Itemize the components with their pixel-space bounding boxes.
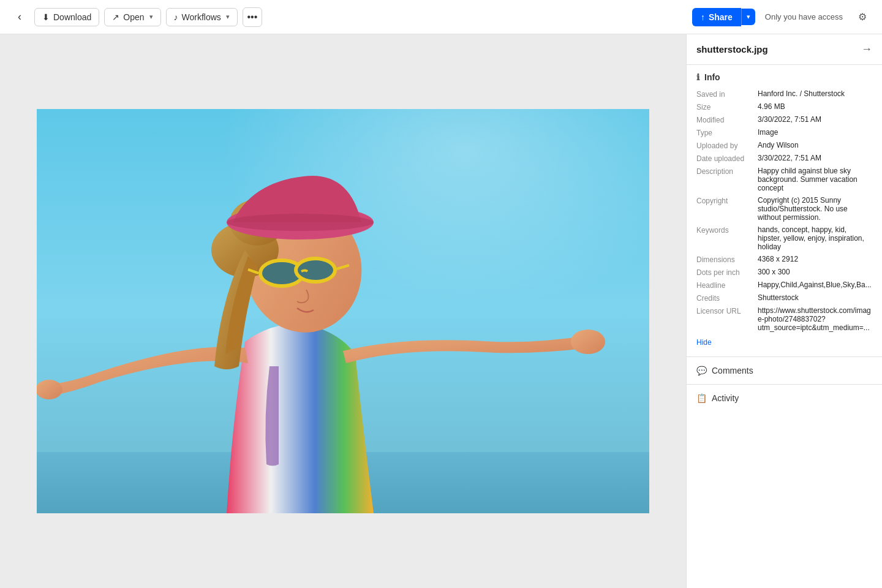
info-field-value: Andy Wilson: [758, 141, 872, 149]
info-row: Keywordshands, concept, happy, kid, hips…: [696, 225, 872, 251]
info-field-value: hands, concept, happy, kid, hipster, yel…: [758, 225, 872, 251]
share-icon: ↑: [701, 12, 705, 22]
panel-header: shutterstock.jpg →: [687, 34, 882, 65]
right-panel: shutterstock.jpg → ℹ Info Saved inHanfor…: [686, 34, 882, 588]
download-label: Download: [53, 12, 91, 22]
info-row: TypeImage: [696, 128, 872, 137]
info-field-label: Licensor URL: [696, 306, 758, 315]
info-row: Saved inHanford Inc. / Shutterstock: [696, 89, 872, 99]
info-row: DescriptionHappy child against blue sky …: [696, 167, 872, 192]
activity-icon: 📋: [696, 393, 707, 403]
main-image: [37, 109, 649, 513]
info-row: Date uploaded3/30/2022, 7:51 AM: [696, 154, 872, 163]
info-field-value: Shutterstock: [758, 293, 872, 302]
share-group: ↑ Share ▾: [692, 8, 755, 26]
hide-link[interactable]: Hide: [696, 336, 712, 349]
comments-icon: 💬: [696, 366, 707, 375]
workflows-chevron-icon: ▾: [226, 13, 230, 21]
svg-point-5: [571, 330, 605, 354]
comments-section[interactable]: 💬 Comments: [687, 356, 882, 384]
activity-section[interactable]: 📋 Activity: [687, 384, 882, 412]
info-field-label: Modified: [696, 115, 758, 124]
share-dropdown-button[interactable]: ▾: [741, 9, 755, 25]
info-row: Size4.96 MB: [696, 102, 872, 111]
workflows-label: Workflows: [182, 12, 221, 22]
info-row: Modified3/30/2022, 7:51 AM: [696, 115, 872, 124]
download-icon: ⬇: [42, 12, 50, 22]
back-button[interactable]: ‹: [10, 7, 29, 27]
info-row: Licensor URLhttps://www.shutterstock.com…: [696, 306, 872, 332]
image-container: [37, 34, 649, 588]
workflows-button[interactable]: ♪ Workflows ▾: [166, 8, 238, 26]
toolbar: ‹ ⬇ Download ↗ Open ▾ ♪ Workflows ▾ ••• …: [0, 0, 882, 34]
info-field-label: Date uploaded: [696, 154, 758, 163]
info-field-value: 3/30/2022, 7:51 AM: [758, 154, 872, 162]
info-row: Uploaded byAndy Wilson: [696, 141, 872, 150]
info-field-label: Dots per inch: [696, 268, 758, 277]
activity-label: Activity: [712, 393, 739, 403]
info-field-label: Headline: [696, 281, 758, 290]
info-row: Dots per inch300 x 300: [696, 268, 872, 277]
info-field-value: 4368 x 2912: [758, 255, 872, 263]
comments-label: Comments: [712, 366, 753, 375]
workflows-icon: ♪: [174, 12, 178, 22]
info-field-value: 4.96 MB: [758, 102, 872, 111]
info-row: HeadlineHappy,Child,Against,Blue,Sky,Ba.…: [696, 281, 872, 290]
open-chevron-icon: ▾: [149, 13, 153, 21]
info-field-label: Copyright: [696, 196, 758, 205]
more-icon: •••: [247, 12, 257, 23]
toolbar-right: ↑ Share ▾ Only you have access ⚙: [692, 7, 872, 27]
info-field-label: Keywords: [696, 225, 758, 235]
svg-point-4: [37, 380, 62, 399]
toolbar-left: ‹ ⬇ Download ↗ Open ▾ ♪ Workflows ▾ •••: [10, 7, 687, 27]
info-field-value: Copyright (c) 2015 Sunny studio/Shutters…: [758, 196, 872, 222]
info-field-value: Happy child against blue sky background.…: [758, 167, 872, 192]
share-label: Share: [709, 12, 733, 22]
info-field-label: Description: [696, 167, 758, 176]
main-content: shutterstock.jpg → ℹ Info Saved inHanfor…: [0, 34, 882, 588]
info-section: ℹ Info Saved inHanford Inc. / Shuttersto…: [687, 65, 882, 356]
settings-icon: ⚙: [858, 11, 867, 23]
image-viewer: [0, 34, 686, 588]
open-icon: ↗: [112, 12, 119, 22]
info-field-value: 300 x 300: [758, 268, 872, 276]
section-title: ℹ Info: [696, 72, 872, 82]
info-field-label: Saved in: [696, 89, 758, 99]
info-field-value: 3/30/2022, 7:51 AM: [758, 115, 872, 124]
info-field-value: Happy,Child,Against,Blue,Sky,Ba...: [758, 281, 872, 289]
more-options-button[interactable]: •••: [243, 7, 262, 27]
info-field-label: Type: [696, 128, 758, 137]
info-field-label: Uploaded by: [696, 141, 758, 150]
info-field-label: Dimensions: [696, 255, 758, 264]
expand-icon: →: [861, 43, 872, 56]
svg-point-12: [227, 214, 374, 231]
info-field-value: Hanford Inc. / Shutterstock: [758, 89, 872, 98]
share-button[interactable]: ↑ Share: [692, 8, 741, 26]
download-button[interactable]: ⬇ Download: [34, 8, 99, 26]
open-label: Open: [123, 12, 144, 22]
panel-filename: shutterstock.jpg: [696, 44, 768, 55]
info-field-label: Credits: [696, 293, 758, 303]
open-button[interactable]: ↗ Open ▾: [104, 8, 160, 26]
info-row: CreditsShutterstock: [696, 293, 872, 303]
info-rows: Saved inHanford Inc. / ShutterstockSize4…: [696, 89, 872, 332]
info-row: Dimensions4368 x 2912: [696, 255, 872, 264]
info-row: CopyrightCopyright (c) 2015 Sunny studio…: [696, 196, 872, 222]
info-field-label: Size: [696, 102, 758, 111]
info-title: Info: [704, 72, 720, 82]
expand-panel-button[interactable]: →: [861, 43, 872, 56]
info-field-value: https://www.shutterstock.com/image-photo…: [758, 306, 872, 332]
info-field-value: Image: [758, 128, 872, 137]
settings-button[interactable]: ⚙: [853, 7, 872, 27]
info-icon: ℹ: [696, 72, 699, 82]
access-text: Only you have access: [765, 12, 843, 21]
